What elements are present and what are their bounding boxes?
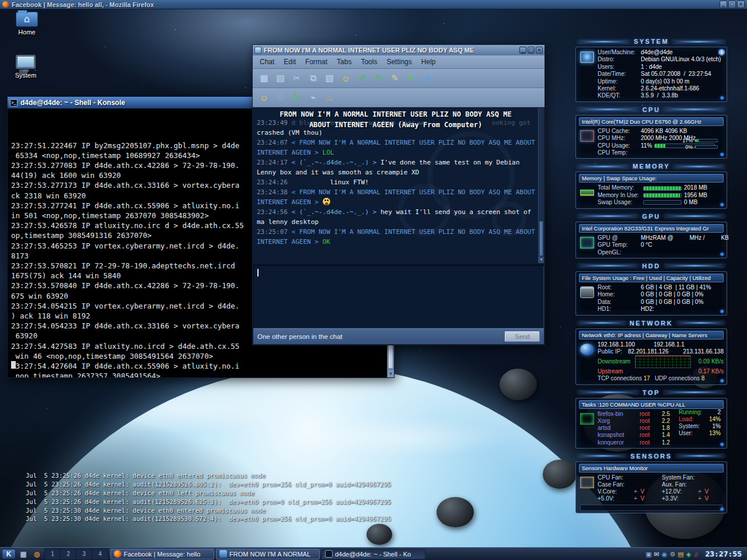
chat-toolbar-icon[interactable]: ▤ <box>273 71 288 86</box>
chat-toolbar-icon[interactable]: ⧉ <box>306 71 320 86</box>
pager-desktop-button[interactable]: 2 <box>61 549 76 559</box>
panel-section-header: GPU <box>578 212 725 220</box>
menu-item[interactable]: Chat <box>255 57 279 67</box>
minimize-button[interactable] <box>720 1 727 8</box>
chat-toolbar-icon[interactable]: ▦ <box>257 71 271 86</box>
cpu-chip-icon <box>580 130 594 142</box>
chat-message: 23:23:49 d blue screens like windows doe… <box>257 118 536 138</box>
chat-scrollbar[interactable]: ▼ <box>538 108 544 263</box>
menu-item[interactable]: Tabs <box>332 57 356 67</box>
tray-icon[interactable]: ◉ <box>662 549 668 559</box>
scrollbar-arrow-down-icon[interactable]: ▼ <box>539 257 544 263</box>
tray-icon[interactable]: ▤ <box>678 549 683 559</box>
chat-toolbar-icon[interactable]: ◆ <box>420 71 435 86</box>
public-ip-row: Public IP:82.201.181.126213.131.66.138 <box>598 348 724 355</box>
panel-section-header: HDD <box>578 262 725 270</box>
chat-toolbar-icon[interactable]: ✔ <box>404 71 418 86</box>
scrollbar-thumb[interactable] <box>539 221 543 256</box>
network-box: Network eth0: IP adress | Gateway | Name… <box>575 328 727 385</box>
konsole-icon: >_ <box>10 99 18 107</box>
hdd-title: File System Usage : Free | Used | Capaci… <box>579 274 724 282</box>
chat-toolbar-icon[interactable]: ↺ <box>355 71 369 86</box>
info-row: KDE/QT:3.5.9 / 3.3.8b <box>598 92 724 99</box>
home-folder-icon: ⌂ <box>16 12 38 27</box>
minimize-button[interactable] <box>519 47 526 54</box>
show-desktop-icon[interactable]: ▦ <box>18 549 29 559</box>
chat-toolbar-icon[interactable]: ♨ <box>322 90 337 105</box>
pager-desktop-button[interactable]: 3 <box>76 549 92 559</box>
connections-row: TCP connections 17 UDP connections 8 <box>598 375 724 382</box>
sensors-graph-strip <box>580 505 722 511</box>
desktop-icon-system[interactable]: System <box>6 55 46 79</box>
chat-input-field[interactable] <box>253 264 544 328</box>
chat-toolbar-main: ▦▤✂⧉▧☺↺↻✎✔◆ <box>253 69 544 88</box>
upstream-row: Upstream 0.17 KB/s <box>598 368 724 375</box>
section-title: NETWORK <box>630 320 673 327</box>
filesystem-row: Root:6 GB | 4 GB | 11 GB | 41% <box>598 284 724 291</box>
core-load: 17% <box>682 137 718 144</box>
taskbar: K ▦ ◍ 1234 Facebook | Message: hello FRO… <box>0 547 747 560</box>
menu-item[interactable]: Tools <box>356 57 382 67</box>
chat-log-view: FROM NOW I'M A NORMAL INTERNET USER PLIZ… <box>253 108 538 263</box>
kmenu-button[interactable]: K <box>2 549 16 559</box>
network-title: Network eth0: IP adress | Gateway | Name… <box>579 331 724 340</box>
tray-icon[interactable]: ◈ <box>686 549 691 559</box>
section-title: CPU <box>643 106 661 113</box>
chat-icon <box>219 550 227 558</box>
chat-message: 23:24:07 < FROM NOW I'M A NORMAL INTERNE… <box>257 138 536 158</box>
taskbar-window-konsole[interactable]: d4de@d4de: ~ - Shell - Ko <box>322 549 425 559</box>
taskbar-window-chat[interactable]: FROM NOW I'M A NORMAL <box>216 549 320 559</box>
pager-desktop-button[interactable]: 4 <box>92 549 108 559</box>
chat-toolbar-icon[interactable]: ▧ <box>322 71 337 86</box>
maximize-button[interactable] <box>528 47 535 54</box>
chat-toolbar-icon[interactable]: ✂ <box>289 71 304 86</box>
chat-toolbar-icon[interactable]: ☺ <box>338 71 353 86</box>
hdd-box: File System Usage : Free | Used | Capaci… <box>575 271 727 316</box>
chat-toolbar-icon[interactable]: ✎ <box>388 71 402 86</box>
chat-toolbar-icon[interactable]: ☺ <box>257 90 271 105</box>
core-load: 0% <box>682 144 718 150</box>
maximize-button[interactable] <box>728 1 736 8</box>
desktop-icon-home[interactable]: ⌂ Home <box>7 12 47 36</box>
info-row: GPU Temp:0 °C <box>598 242 724 249</box>
send-button[interactable]: Send <box>505 331 540 342</box>
chat-toolbar-icon[interactable]: ⌁ <box>306 90 320 105</box>
tray-icon[interactable]: ⚙ <box>669 549 675 559</box>
menu-item[interactable]: Edit <box>279 57 301 67</box>
panel-section-header: MEMORY <box>578 162 725 170</box>
desktop-icon-label: System <box>6 72 46 79</box>
menu-item[interactable]: Settings <box>382 57 416 67</box>
menu-item[interactable]: Format <box>301 57 332 67</box>
taskbar-clock[interactable]: 23:27:55 <box>701 550 745 558</box>
hdd-footer: HD1: HD2: <box>598 306 724 313</box>
chat-statusbar: One other person in the chat Send <box>253 328 544 344</box>
info-row: CPU Temp: <box>598 149 724 156</box>
menu-item[interactable]: Help <box>417 57 441 67</box>
pager-desktop-button[interactable]: 1 <box>45 549 61 559</box>
taskbar-window-facebook[interactable]: Facebook | Message: hello <box>110 549 214 559</box>
web-browser-icon[interactable]: ◍ <box>31 549 43 559</box>
tray-icon[interactable]: ✉ <box>654 549 659 559</box>
chat-toolbar-icon[interactable]: ⊙ <box>273 90 288 105</box>
scrollbar-arrow-down-icon[interactable]: ▼ <box>388 369 394 377</box>
harddisk-icon <box>580 286 594 298</box>
filesystem-row: Data:0 GB | 0 GB | 0 GB | 0% <box>598 299 724 306</box>
firefox-icon <box>114 550 121 558</box>
close-button[interactable] <box>737 1 745 8</box>
info-row: User/Machine:d4de@d4de <box>598 49 724 56</box>
chat-window-icon <box>254 47 261 54</box>
info-row: Uptime:0 day(s) 03 h 00 m <box>598 78 724 85</box>
info-row: CPU Cache:4096 KB 4096 KB <box>598 128 724 135</box>
memory-bar <box>643 193 682 198</box>
close-button[interactable] <box>536 47 543 54</box>
filesystem-row: Home:0 GB | 0 GB | 0 GB | 0% <box>598 291 724 298</box>
chat-titlebar[interactable]: FROM NOW I'M A NORMAL INTERNET USER PLIZ… <box>253 45 544 55</box>
tray-icon[interactable]: ▣ <box>645 549 651 559</box>
chat-toolbar-icon[interactable]: ↻ <box>371 71 386 86</box>
firefox-titlebar[interactable]: Facebook | Message: hello all, - Mozilla… <box>0 0 747 9</box>
chat-toolbar-icon[interactable]: ↻ <box>289 90 304 105</box>
panel-section-header: SYSTEM <box>578 37 725 46</box>
gpu-chip-icon <box>580 237 594 249</box>
tray-icon[interactable]: ♫ <box>693 549 698 559</box>
konsole-icon <box>325 550 333 558</box>
